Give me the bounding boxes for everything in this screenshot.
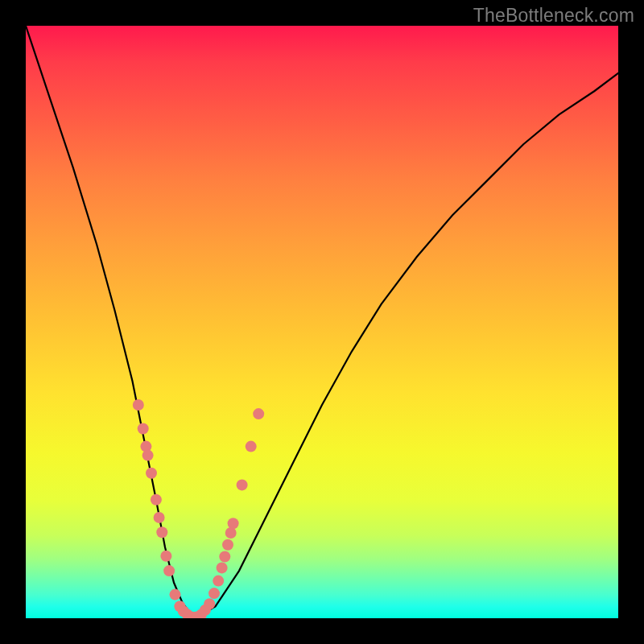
data-point (154, 512, 165, 523)
data-point (228, 518, 239, 529)
data-point (246, 441, 257, 452)
marker-group (133, 399, 264, 618)
data-point (163, 565, 175, 576)
data-point (253, 408, 264, 419)
watermark-text: TheBottleneck.com (473, 5, 634, 27)
data-point (138, 423, 149, 435)
data-point (225, 527, 237, 539)
plot-area (26, 26, 618, 618)
data-point (222, 539, 233, 551)
chart-overlay (26, 26, 618, 618)
bottleneck-curve (26, 26, 618, 618)
data-point (208, 588, 220, 599)
data-point (151, 494, 162, 506)
data-point (204, 598, 215, 609)
data-point (213, 576, 224, 587)
data-point (170, 589, 181, 601)
data-point (160, 551, 171, 562)
data-point (146, 468, 157, 479)
data-point (133, 399, 144, 411)
data-point (217, 562, 228, 573)
data-point (237, 479, 248, 490)
data-point (219, 551, 230, 563)
data-point (156, 526, 167, 538)
data-point (142, 450, 154, 461)
chart-frame: TheBottleneck.com (0, 0, 644, 644)
